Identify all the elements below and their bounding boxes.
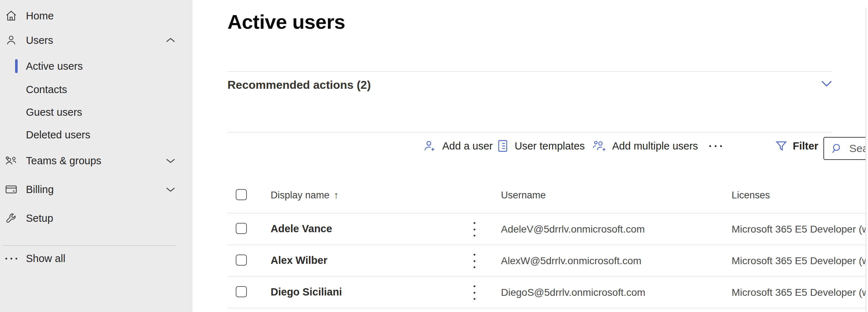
sidebar-item-label: Active users — [26, 60, 83, 72]
person-icon — [3, 34, 19, 46]
user-templates-label: User templates — [515, 140, 585, 152]
people-icon — [3, 155, 19, 167]
sidebar-item-label: Guest users — [26, 106, 82, 118]
username-cell: AlexW@5drrlv.onmicrosoft.com — [501, 255, 641, 267]
sidebar-item-label: Deleted users — [26, 129, 90, 141]
sidebar-item-teams-groups[interactable]: Teams & groups — [0, 150, 193, 171]
row-more-actions-icon[interactable] — [471, 253, 478, 269]
sidebar-item-label: Home — [26, 10, 54, 22]
column-header-username[interactable]: Username — [501, 190, 546, 201]
add-user-icon — [423, 139, 437, 153]
sidebar-item-label: Setup — [26, 212, 53, 224]
credit-card-icon — [3, 184, 19, 195]
table-header-row: Display name ↑ Username Licenses — [193, 180, 868, 213]
section-divider — [227, 71, 832, 72]
sidebar-item-label: Users — [26, 35, 53, 46]
section-divider — [227, 132, 832, 133]
sidebar-item-label: Contacts — [26, 84, 67, 96]
chevron-down-icon[interactable] — [165, 157, 176, 164]
page-title: Active users — [227, 10, 345, 33]
licenses-header-label: Licenses — [732, 190, 770, 201]
row-divider — [227, 308, 865, 308]
add-user-label: Add a user — [442, 140, 493, 152]
scrollbar-track[interactable] — [865, 8, 868, 312]
user-templates-icon — [497, 139, 509, 153]
licenses-cell: Microsoft 365 E5 Developer (withou — [732, 287, 865, 298]
filter-button[interactable]: Filter — [775, 135, 818, 157]
username-cell: AdeleV@5drrlv.onmicrosoft.com — [501, 224, 645, 235]
licenses-cell: Microsoft 365 E5 Developer (withou — [732, 224, 865, 235]
display-name-cell[interactable]: Adele Vance — [271, 223, 332, 235]
display-name-cell[interactable]: Alex Wilber — [271, 254, 327, 266]
wrench-icon — [3, 212, 19, 224]
chevron-down-icon[interactable] — [165, 186, 176, 193]
add-multiple-users-icon — [591, 139, 606, 153]
selected-indicator — [15, 59, 18, 73]
column-header-display-name[interactable]: Display name ↑ — [271, 190, 339, 201]
sidebar-item-deleted-users[interactable]: Deleted users — [0, 124, 193, 145]
add-multiple-users-button[interactable]: Add multiple users — [591, 135, 698, 157]
main-content: Active users Recommended actions (2) Add… — [193, 0, 868, 312]
filter-label: Filter — [793, 140, 818, 152]
sidebar-item-active-users[interactable]: Active users — [0, 56, 193, 77]
admin-center-page: Home Users Active users Contacts Guest u… — [0, 0, 868, 312]
recommended-actions-expand-chevron-icon[interactable] — [820, 80, 833, 89]
add-multiple-users-label: Add multiple users — [612, 140, 698, 152]
home-icon — [3, 9, 19, 22]
display-name-header-label: Display name — [271, 190, 330, 201]
recommended-actions-header[interactable]: Recommended actions (2) — [227, 78, 371, 92]
sidebar-item-setup[interactable]: Setup — [0, 208, 193, 229]
row-checkbox[interactable] — [236, 254, 247, 266]
licenses-cell: Microsoft 365 E5 Developer (withou — [732, 255, 865, 267]
toolbar-overflow-button[interactable] — [709, 135, 722, 157]
table-row[interactable]: Adele Vance AdeleV@5drrlv.onmicrosoft.co… — [193, 214, 868, 244]
row-more-actions-icon[interactable] — [471, 221, 478, 237]
sidebar-item-guest-users[interactable]: Guest users — [0, 102, 193, 123]
sidebar-item-billing[interactable]: Billing — [0, 179, 193, 200]
row-checkbox[interactable] — [236, 223, 247, 234]
sort-ascending-icon: ↑ — [334, 190, 339, 201]
filter-icon — [775, 139, 788, 152]
sidebar-item-home[interactable]: Home — [0, 5, 193, 26]
search-box — [823, 137, 868, 160]
table-row[interactable]: Alex Wilber AlexW@5drrlv.onmicrosoft.com… — [193, 245, 868, 276]
username-header-label: Username — [501, 190, 546, 201]
add-user-button[interactable]: Add a user — [423, 135, 493, 157]
sidebar-item-show-all[interactable]: Show all — [0, 248, 193, 269]
ellipsis-icon — [3, 258, 19, 260]
row-more-actions-icon[interactable] — [471, 285, 478, 300]
sidebar-divider — [3, 245, 176, 246]
sidebar-item-users[interactable]: Users — [0, 30, 193, 51]
table-row[interactable]: Diego Siciliani DiegoS@5drrlv.onmicrosof… — [193, 277, 868, 308]
user-templates-button[interactable]: User templates — [497, 135, 585, 157]
username-cell: DiegoS@5drrlv.onmicrosoft.com — [501, 287, 645, 298]
display-name-cell[interactable]: Diego Siciliani — [271, 286, 342, 298]
sidebar-item-label: Billing — [26, 184, 54, 196]
select-all-checkbox[interactable] — [236, 189, 247, 200]
search-icon — [831, 142, 844, 155]
column-header-licenses[interactable]: Licenses — [732, 190, 770, 201]
sidebar-item-label: Teams & groups — [26, 155, 101, 167]
sidebar-item-label: Show all — [26, 253, 65, 265]
chevron-up-icon[interactable] — [165, 37, 176, 43]
sidebar: Home Users Active users Contacts Guest u… — [0, 0, 193, 312]
sidebar-item-contacts[interactable]: Contacts — [0, 79, 193, 100]
row-checkbox[interactable] — [236, 286, 247, 297]
